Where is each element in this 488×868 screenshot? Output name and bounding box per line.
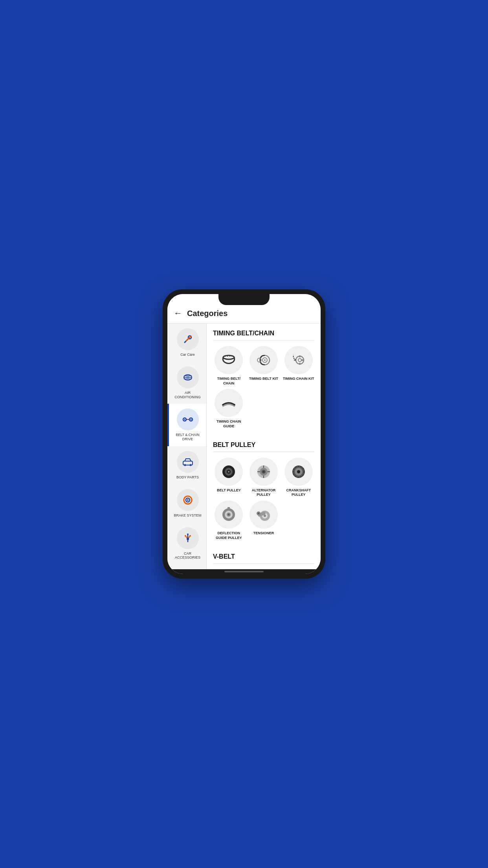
- sidebar-label-air-conditioning: AIR CONDITIONING: [171, 391, 204, 399]
- deflection-guide-icon-circle: [215, 500, 243, 529]
- brake-system-icon: [177, 489, 199, 511]
- belt-pulley-icon-circle: [215, 458, 243, 486]
- grid-item-belt-pulley[interactable]: BELT PULLEY: [213, 458, 245, 497]
- belt-pulley-grid: BELT PULLEY: [213, 458, 314, 541]
- timing-chain-kit-label: TIMING CHAIN KIT: [283, 377, 314, 381]
- svg-point-77: [297, 470, 300, 473]
- home-indicator: [224, 571, 264, 572]
- bottom-bar: [167, 569, 321, 574]
- deflection-guide-label: DEFLECTION GUIDE PULLEY: [213, 531, 245, 540]
- svg-point-13: [184, 419, 185, 420]
- sidebar-item-car-care[interactable]: Car Care: [167, 324, 206, 362]
- svg-point-32: [189, 535, 191, 537]
- car-accessories-icon: [177, 527, 199, 549]
- belt-chain-icon: [177, 408, 199, 430]
- svg-point-30: [187, 538, 189, 540]
- svg-point-89: [258, 513, 259, 514]
- grid-item-tensioner[interactable]: TENSIONER: [248, 500, 280, 540]
- grid-item-timing-belt[interactable]: TIMING BELT/ CHAIN: [213, 346, 245, 386]
- grid-item-timing-chain-kit[interactable]: TIMING CHAIN KIT: [283, 346, 314, 386]
- section-v-belt: V-BELT V-BELT: [207, 547, 321, 570]
- section-title-timing-belt: TIMING BELT/CHAIN: [213, 330, 314, 340]
- belt-pulley-label: BELT PULLEY: [217, 488, 241, 493]
- page-title: Categories: [187, 309, 227, 318]
- section-title-v-belt: V-BELT: [213, 553, 314, 564]
- tensioner-label: TENSIONER: [253, 531, 274, 536]
- svg-rect-83: [227, 507, 230, 510]
- sidebar-label-car-accessories: CAR ACCESSORIES: [171, 552, 204, 560]
- timing-chain-guide-label: TIMING CHAIN GUIDE: [213, 419, 245, 428]
- phone-screen: ← Categories: [167, 294, 321, 574]
- content-area: TIMING BELT/CHAIN: [207, 324, 321, 569]
- svg-point-33: [187, 533, 189, 535]
- timing-chain-kit-icon-circle: [284, 346, 313, 374]
- svg-point-70: [263, 471, 264, 473]
- sidebar-label-brake-system: BRAKE SYSTEM: [174, 513, 201, 518]
- sidebar-item-car-accessories[interactable]: CAR ACCESSORIES: [167, 522, 206, 565]
- notch: [218, 294, 270, 305]
- svg-rect-60: [299, 363, 301, 365]
- sidebar-label-body-parts: BODY PARTS: [176, 475, 199, 480]
- svg-point-21: [189, 464, 191, 466]
- timing-belt-kit-label: TIMING BELT KIT: [249, 377, 278, 381]
- timing-belt-kit-icon-circle: [250, 346, 278, 374]
- svg-point-16: [190, 419, 191, 420]
- svg-rect-59: [299, 355, 301, 357]
- svg-point-55: [264, 359, 266, 361]
- svg-point-58: [298, 359, 301, 362]
- svg-point-31: [185, 535, 186, 537]
- timing-belt-icon-circle: [215, 346, 243, 374]
- svg-rect-62: [301, 359, 303, 361]
- grid-item-timing-belt-kit[interactable]: TIMING BELT KIT: [248, 346, 280, 386]
- grid-item-deflection-guide[interactable]: DEFLECTION GUIDE PULLEY: [213, 500, 245, 540]
- svg-point-10: [186, 376, 189, 379]
- section-title-belt-pulley: BELT PULLEY: [213, 441, 314, 452]
- sidebar-item-brake-system[interactable]: BRAKE SYSTEM: [167, 484, 206, 522]
- sidebar: Car Care AIR CONDITIONIN: [167, 324, 207, 569]
- sidebar-label-car-care: Car Care: [180, 353, 195, 357]
- main-layout: Car Care AIR CONDITIONIN: [167, 324, 321, 569]
- svg-point-82: [228, 514, 229, 515]
- svg-point-56: [257, 358, 261, 362]
- air-conditioning-icon: [177, 366, 199, 388]
- grid-item-timing-chain-guide[interactable]: TIMING CHAIN GUIDE: [213, 389, 245, 428]
- grid-item-crankshaft-pulley[interactable]: CRANKSHAFT PULLEY: [283, 458, 314, 497]
- timing-chain-guide-icon-circle: [215, 389, 243, 417]
- car-care-icon: [177, 328, 199, 350]
- crankshaft-pulley-label: CRANKSHAFT PULLEY: [283, 488, 314, 497]
- phone-frame: ← Categories: [163, 289, 325, 579]
- section-timing-belt: TIMING BELT/CHAIN: [207, 324, 321, 435]
- timing-belt-label: TIMING BELT/ CHAIN: [213, 377, 245, 386]
- timing-belt-grid: TIMING BELT/ CHAIN: [213, 346, 314, 429]
- grid-item-alternator-pulley[interactable]: ALTERNATOR PULLEY: [248, 458, 280, 497]
- back-button[interactable]: ←: [174, 308, 182, 318]
- tensioner-icon-circle: [250, 500, 278, 529]
- svg-point-25: [187, 499, 189, 501]
- body-parts-icon: [177, 451, 199, 473]
- alternator-pulley-icon-circle: [250, 458, 278, 486]
- sidebar-label-belt-chain: BELT & CHAIN DRIVE: [171, 433, 204, 441]
- svg-point-46: [223, 355, 234, 359]
- section-belt-pulley: BELT PULLEY: [207, 435, 321, 547]
- crankshaft-pulley-icon-circle: [284, 458, 313, 486]
- sidebar-item-air-conditioning[interactable]: AIR CONDITIONING: [167, 362, 206, 404]
- svg-point-17: [187, 419, 188, 420]
- svg-point-66: [228, 471, 229, 473]
- sidebar-item-clutch-system[interactable]: CLUTCH SYSTEM: [167, 565, 206, 569]
- sidebar-item-body-parts[interactable]: BODY PARTS: [167, 446, 206, 484]
- svg-point-20: [184, 464, 186, 466]
- alternator-pulley-label: ALTERNATOR PULLEY: [248, 488, 280, 497]
- sidebar-item-belt-chain[interactable]: BELT & CHAIN DRIVE: [167, 404, 206, 446]
